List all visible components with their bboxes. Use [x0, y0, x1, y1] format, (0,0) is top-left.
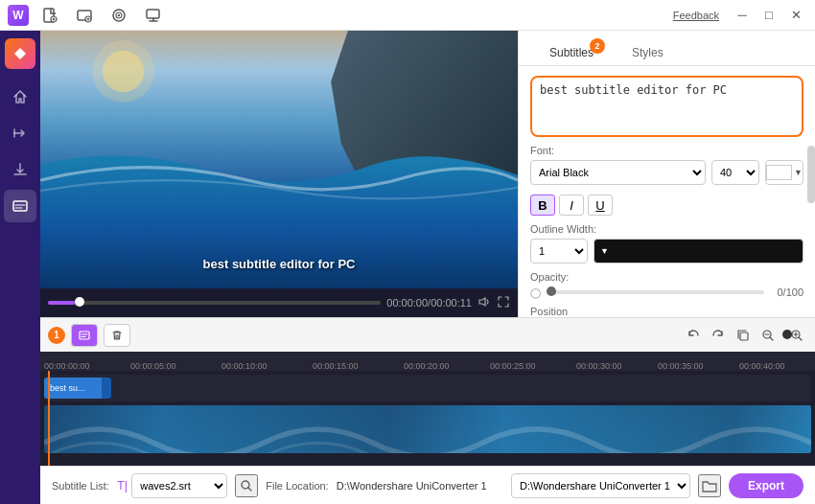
subtitle-textarea[interactable]: best subtitle editor for PC [540, 83, 794, 131]
video-track [44, 405, 811, 453]
timeline-area: 1 [40, 317, 815, 466]
video-section: best subtitle editor for PC 00:00:00/00:… [40, 31, 518, 317]
file-location-select[interactable]: D:\Wondershare UniConverter 1 [511, 473, 690, 498]
panel-scrollbar[interactable] [807, 146, 815, 203]
progress-fill [48, 301, 75, 305]
position-label: Position [519, 304, 815, 317]
svg-rect-12 [80, 332, 89, 339]
feedback-link[interactable]: Feedback [673, 10, 719, 21]
file-location-label: File Location: [266, 480, 328, 492]
ruler-mark-5: 00:00:25:00 [490, 361, 536, 371]
playhead[interactable] [48, 371, 50, 466]
subtitle-select-container: T| waves2.srt [117, 473, 227, 498]
screen-record-button[interactable] [105, 5, 132, 26]
fullscreen-button[interactable] [497, 295, 510, 311]
ruler-mark-8: 00:00:40:00 [739, 361, 785, 371]
subtitle-clip-end [102, 378, 111, 399]
ruler-mark-6: 00:00:30:00 [576, 361, 622, 371]
zoom-out-button[interactable] [757, 325, 779, 346]
content-area: best subtitle editor for PC 00:00:00/00:… [40, 31, 815, 504]
undo-button[interactable] [683, 325, 704, 346]
subtitle-file-select[interactable]: waves2.srt [131, 473, 227, 498]
ruler-mark-2: 00:00:10:00 [221, 361, 268, 371]
video-thumbnail-strip [44, 405, 811, 453]
maximize-button[interactable]: □ [757, 6, 780, 25]
title-bar-right: Feedback ─ □ ✕ [673, 6, 807, 25]
sidebar-item-home[interactable] [4, 80, 36, 113]
tab-badge: 2 [590, 38, 605, 54]
opacity-label: Opacity: [530, 271, 803, 283]
subtitle-track: best su... [44, 375, 811, 401]
outline-width-select[interactable]: 1 [530, 239, 588, 263]
subtitle-clip[interactable]: best su... [44, 378, 109, 399]
file-path: D:\Wondershare UniConverter 1 [337, 480, 503, 492]
video-container: best subtitle editor for PC [40, 31, 518, 288]
sidebar-item-download[interactable] [4, 153, 36, 186]
step-badge: 1 [48, 327, 65, 344]
timeline-tracks: best su... [40, 371, 815, 466]
delete-button[interactable] [104, 324, 130, 347]
sidebar-item-convert[interactable] [4, 117, 36, 149]
search-subtitle-button[interactable] [235, 474, 258, 497]
progress-bar[interactable] [48, 301, 381, 305]
svg-rect-7 [147, 10, 159, 18]
subtitle-list-label: Subtitle List: [52, 480, 109, 492]
app-logo: W [8, 5, 29, 26]
minimize-button[interactable]: ─ [731, 6, 754, 25]
tab-subtitles[interactable]: Subtitles 2 [530, 40, 613, 65]
font-label: Font: [530, 145, 803, 156]
font-color-swatch [766, 165, 792, 180]
outline-section: Outline Width: 1 ▼ [519, 221, 815, 269]
export-button[interactable]: Export [729, 473, 803, 498]
subtitle-file-icon: T| [117, 478, 128, 493]
bottom-bar: Subtitle List: T| waves2.srt File Locati… [40, 466, 815, 504]
timeline-ruler: 00:00:00:00 00:00:05:00 00:00:10:00 00:0… [40, 352, 815, 371]
svg-point-11 [92, 40, 154, 103]
svg-rect-8 [13, 201, 27, 211]
add-media-button[interactable] [71, 5, 98, 26]
font-section: Font: Arial Black 40 ▼ [519, 145, 815, 191]
timeline-toolbar: 1 [40, 317, 815, 352]
tab-styles[interactable]: Styles [613, 40, 683, 65]
volume-icon[interactable] [477, 295, 491, 311]
font-size-select[interactable]: 40 [711, 160, 759, 185]
sidebar [0, 31, 40, 504]
ruler-mark-0: 00:00:00:00 [44, 361, 90, 371]
time-display: 00:00:00/00:00:11 [386, 297, 472, 309]
browse-folder-button[interactable] [698, 474, 721, 497]
video-panel-row: best subtitle editor for PC 00:00:00/00:… [40, 31, 815, 317]
sidebar-logo [5, 38, 35, 69]
sidebar-item-subtitle[interactable] [4, 190, 36, 222]
opacity-row: ◯ 0/100 [530, 286, 803, 298]
underline-button[interactable]: U [588, 195, 613, 216]
title-bar: W Feedback ─ □ ✕ [0, 0, 815, 31]
main-layout: best subtitle editor for PC 00:00:00/00:… [0, 31, 815, 504]
svg-point-6 [118, 13, 120, 15]
font-family-select[interactable]: Arial Black [530, 160, 706, 185]
ruler-mark-4: 00:00:20:00 [404, 361, 450, 371]
font-color-picker[interactable]: ▼ [765, 160, 803, 185]
title-bar-left: W [8, 5, 167, 26]
format-row: B I U [519, 191, 815, 221]
italic-button[interactable]: I [559, 195, 584, 216]
opacity-thumb[interactable] [547, 286, 556, 296]
subtitle-edit-button[interactable] [71, 324, 98, 347]
redo-button[interactable] [708, 325, 729, 346]
right-panel: Subtitles 2 Styles best subtitle editor … [518, 31, 815, 317]
panel-tabs: Subtitles 2 Styles [519, 31, 815, 66]
close-button[interactable]: ✕ [784, 6, 807, 25]
opacity-value: 0/100 [770, 286, 803, 298]
bold-button[interactable]: B [530, 195, 555, 216]
video-controls: 00:00:00/00:00:11 [40, 288, 518, 317]
opacity-slider[interactable] [547, 290, 764, 294]
subtitle-overlay: best subtitle editor for PC [203, 257, 356, 271]
new-file-button[interactable] [36, 5, 63, 26]
font-row: Arial Black 40 ▼ [530, 160, 803, 185]
ruler-mark-1: 00:00:05:00 [130, 361, 176, 371]
progress-thumb[interactable] [75, 297, 84, 307]
copy-button[interactable] [733, 325, 754, 346]
convert-button[interactable] [140, 5, 167, 26]
ruler-mark-7: 00:00:35:00 [658, 361, 704, 371]
ruler-mark-3: 00:00:15:00 [313, 361, 359, 371]
outline-color-picker[interactable]: ▼ [594, 239, 803, 263]
